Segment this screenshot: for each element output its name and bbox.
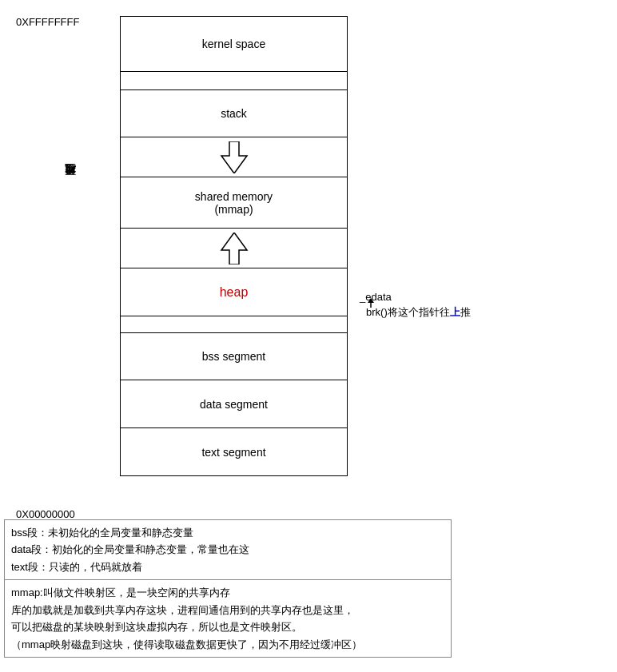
svg-marker-1: [221, 233, 247, 264]
info-box-segments: bss段：未初始化的全局变量和静态变量 data段：初始化的全局变量和静态变量，…: [4, 519, 452, 580]
segment-bss: bss segment: [120, 332, 348, 380]
heap-label: heap: [220, 285, 249, 300]
bottom-address-label: 0X00000000: [16, 508, 75, 520]
svg-marker-0: [221, 141, 247, 173]
brk-annotation: brk()将这个指针往上推: [366, 305, 471, 320]
gap-1: [120, 72, 348, 89]
down-arrow-icon: [220, 141, 249, 173]
segment-data: data segment: [120, 380, 348, 428]
arrow-up-cell: [120, 229, 348, 268]
data-label: data segment: [200, 398, 268, 411]
data-info: data段：初始化的全局变量和静态变量，常量也在这: [11, 541, 444, 558]
segment-kernel-space: kernel space: [120, 16, 348, 72]
brk-up-text: 上: [450, 306, 460, 318]
bss-info: bss段：未初始化的全局变量和静态变量: [11, 524, 444, 541]
text-info: text段：只读的，代码就放着: [11, 559, 444, 575]
kernel-space-label: kernel space: [202, 38, 265, 50]
bss-label: bss segment: [202, 350, 265, 363]
mmap-info-1: mmap:叫做文件映射区，是一块空闲的共享内存: [11, 584, 444, 601]
segment-heap: heap: [120, 268, 348, 316]
mmap-info-2: 库的加载就是加载到共享内存这块，进程间通信用到的共享内存也是这里，: [11, 602, 444, 618]
mmap-info-4: （mmap映射磁盘到这块，使得读取磁盘数据更快了，因为不用经过缓冲区）: [11, 636, 444, 653]
mmap-info-3: 可以把磁盘的某块映射到这块虚拟内存，所以也是文件映射区。: [11, 618, 444, 635]
segment-text: text segment: [120, 428, 348, 476]
arrow-down-cell: [120, 137, 348, 177]
stack-label: stack: [221, 107, 247, 120]
shared-memory-label: shared memory(mmap): [195, 190, 273, 216]
info-box-mmap: mmap:叫做文件映射区，是一块空闲的共享内存 库的加载就是加载到共享内存这块，…: [4, 580, 452, 658]
text-label: text segment: [201, 446, 265, 459]
diagram-area: 0XFFFFFFFF 0X00000000 堆栈相对而生 kernel spac…: [8, 8, 617, 551]
edata-arrow-icon: [366, 298, 376, 308]
top-address-label: 0XFFFFFFFF: [16, 16, 79, 28]
svg-marker-3: [368, 298, 374, 303]
memory-diagram: kernel space stack shared memory(mmap): [120, 16, 348, 476]
brk-text: brk()将这个指针往上推: [366, 306, 471, 318]
up-arrow-icon: [220, 233, 249, 264]
segment-shared-memory: shared memory(mmap): [120, 177, 348, 229]
info-boxes-container: bss段：未初始化的全局变量和静态变量 data段：初始化的全局变量和静态变量，…: [4, 519, 452, 658]
gap-2: [120, 316, 348, 332]
segment-stack: stack: [120, 89, 348, 137]
